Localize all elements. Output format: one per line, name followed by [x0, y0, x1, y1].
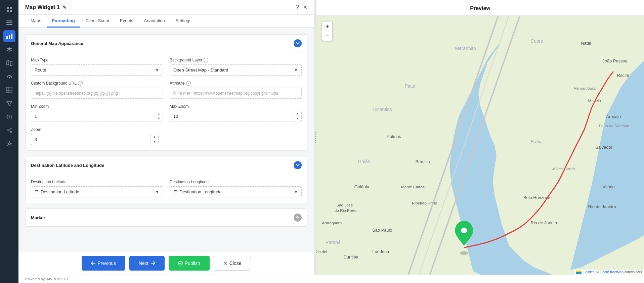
tab-maps[interactable]: Maps: [25, 15, 47, 28]
preview-title: Preview: [316, 0, 644, 16]
footer: Powered by: AIVHUB LTD: [18, 275, 644, 283]
form-row-3: Min Zoom ▲ ▼ Max Zoom: [31, 104, 302, 122]
tab-events[interactable]: Events: [115, 15, 139, 28]
form-group-map-type: Map Type Route Heatmap Cluster Standard …: [31, 58, 163, 76]
min-zoom-up[interactable]: ▲: [155, 111, 163, 116]
label-custom-bg: Custom Background URL i: [31, 81, 163, 86]
publish-button[interactable]: Publish: [169, 256, 210, 271]
min-zoom-down[interactable]: ▼: [155, 116, 163, 122]
svg-text:Salvador: Salvador: [595, 145, 612, 150]
svg-point-68: [460, 251, 468, 255]
max-zoom-input[interactable]: [170, 111, 301, 122]
svg-rect-4: [6, 20, 12, 21]
sidebar-icon-layers[interactable]: [3, 44, 15, 56]
sidebar-icon-gauge[interactable]: [3, 70, 15, 83]
osm-link[interactable]: OpenStreetMap: [600, 270, 624, 274]
zoom-down[interactable]: ▼: [151, 140, 158, 145]
form-group-custom-bg: Custom Background URL i: [31, 81, 163, 99]
label-dest-lon: Destination Longitude: [170, 180, 302, 184]
form-group-max-zoom: Max Zoom ▲ ▼: [170, 104, 302, 122]
map-type-select[interactable]: Route Heatmap Cluster Standard: [31, 65, 163, 75]
min-zoom-stepper: ▲ ▼: [155, 111, 163, 122]
sidebar-icon-list[interactable]: [3, 17, 15, 29]
sidebar-icon-map[interactable]: [3, 57, 15, 69]
sidebar-icon-settings[interactable]: [3, 138, 15, 150]
section-general-header[interactable]: General Map Appearance: [26, 35, 307, 52]
svg-text:Feira de Santana: Feira de Santana: [599, 124, 630, 128]
panel-content: General Map Appearance Map Type: [18, 28, 314, 251]
section-destination: Destination Latitude and Longitude Desti…: [25, 156, 307, 203]
min-zoom-input[interactable]: [31, 111, 163, 122]
svg-text:Rio de Janeiro: Rio de Janeiro: [588, 204, 616, 209]
attribute-info-icon: i: [186, 81, 191, 86]
svg-rect-14: [6, 87, 12, 93]
max-zoom-down[interactable]: ▼: [294, 116, 301, 122]
general-collapse-btn[interactable]: [294, 39, 302, 47]
zoom-up[interactable]: ▲: [151, 134, 158, 140]
svg-rect-8: [9, 35, 10, 39]
section-destination-header[interactable]: Destination Latitude and Longitude: [26, 156, 307, 174]
sidebar-icon-code[interactable]: [3, 111, 15, 123]
svg-text:Brasília: Brasília: [416, 159, 430, 164]
svg-text:Rio de Janeiro: Rio de Janeiro: [530, 220, 558, 225]
widget-header: Map Widget 1 ✎ ? ✕: [18, 0, 314, 15]
tab-formatting[interactable]: Formatting: [47, 15, 80, 28]
sidebar-icon-chart[interactable]: [3, 30, 15, 42]
dest-lon-select[interactable]: Destination Longitude: [170, 187, 301, 197]
section-general-body: Map Type Route Heatmap Cluster Standard …: [26, 52, 307, 150]
help-icon[interactable]: ?: [296, 4, 299, 10]
tab-settings[interactable]: Settings: [170, 15, 197, 28]
map-zoom-controls: + −: [322, 21, 333, 41]
attribute-input[interactable]: [170, 88, 302, 99]
previous-button[interactable]: Previous: [82, 256, 125, 271]
sidebar-icon-filter[interactable]: [3, 97, 15, 109]
next-button[interactable]: Next: [129, 256, 165, 271]
svg-text:Goiânia: Goiânia: [354, 184, 370, 189]
close-icon[interactable]: ✕: [303, 4, 307, 10]
header-actions: ? ✕: [296, 4, 307, 14]
section-marker-title: Marker: [31, 215, 45, 220]
sidebar-icon-table[interactable]: [3, 84, 15, 96]
bg-layer-select-wrapper: Open Street Map - Standard Open Street M…: [170, 64, 302, 76]
form-row-2: Custom Background URL i Attribute i: [31, 81, 302, 99]
bg-layer-info-icon: i: [204, 58, 208, 62]
form-group-bg-layer: Background Layer i Open Street Map - Sta…: [170, 58, 302, 76]
max-zoom-up[interactable]: ▲: [294, 111, 301, 116]
svg-text:Goiás: Goiás: [358, 159, 370, 164]
leaflet-link[interactable]: Leaflet: [584, 270, 594, 274]
zoom-input[interactable]: [31, 134, 158, 145]
destination-collapse-btn[interactable]: [294, 161, 302, 169]
svg-text:Curitiba: Curitiba: [344, 254, 359, 260]
svg-text:Tocantins: Tocantins: [372, 107, 392, 112]
right-panel-preview: Preview Maranhão: [316, 0, 644, 275]
dest-lat-select[interactable]: Destination Latitude: [31, 187, 163, 197]
svg-rect-6: [6, 24, 12, 25]
svg-text:Pernambuco: Pernambuco: [574, 86, 596, 90]
sidebar-icon-grid[interactable]: [3, 3, 15, 15]
marker-collapse-btn[interactable]: [294, 214, 302, 222]
svg-text:Monte Claros: Monte Claros: [401, 185, 425, 189]
edit-title-icon[interactable]: ✎: [62, 5, 67, 10]
form-group-zoom: Zoom ▲ ▼: [31, 127, 159, 145]
svg-text:Palmas: Palmas: [387, 134, 401, 139]
tab-annotation[interactable]: Annotation: [139, 15, 170, 28]
svg-text:João Pessoa: João Pessoa: [603, 58, 628, 63]
leaflet-flag: [576, 271, 582, 274]
close-button[interactable]: Close: [214, 256, 251, 271]
custom-bg-input[interactable]: [31, 88, 163, 99]
sidebar-icon-share[interactable]: [3, 124, 15, 136]
map-container[interactable]: Maranhão Ceará Natal João Pessoa Recife …: [316, 16, 644, 275]
tabs-bar: Maps Formatting Client Script Events Ann…: [18, 15, 314, 28]
zoom-out-btn[interactable]: −: [322, 31, 332, 41]
svg-text:Paraná: Paraná: [326, 240, 341, 245]
zoom-in-btn[interactable]: +: [322, 21, 332, 31]
bg-layer-select[interactable]: Open Street Map - Standard Open Street M…: [170, 65, 301, 75]
svg-text:do Rio Preto: do Rio Preto: [335, 208, 357, 213]
max-zoom-wrapper: ▲ ▼: [170, 111, 302, 122]
dest-lat-field-icon: ☰: [35, 190, 38, 194]
tab-client-script[interactable]: Client Script: [80, 15, 115, 28]
map-svg: Maranhão Ceará Natal João Pessoa Recife …: [316, 16, 644, 275]
svg-rect-5: [6, 22, 12, 23]
section-marker-header[interactable]: Marker: [26, 209, 307, 226]
section-destination-title: Destination Latitude and Longitude: [31, 163, 104, 168]
